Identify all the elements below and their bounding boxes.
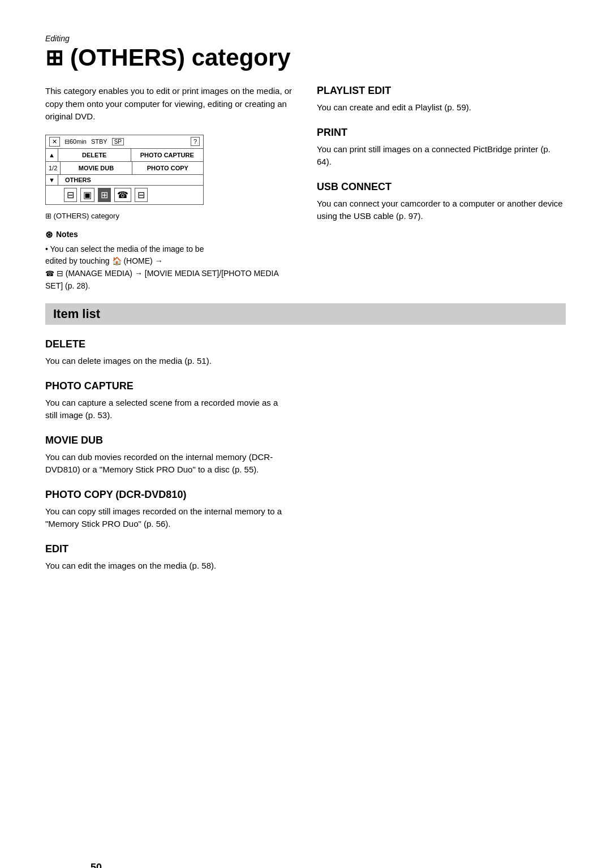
playlist-edit-section: PLAYLIST EDIT You can create and edit a … (317, 85, 566, 114)
usb-connect-title: USB CONNECT (317, 181, 566, 193)
camera-caption: ⊞ (OTHERS) category (45, 212, 294, 220)
cam-photo-capture-btn: PHOTO CAPTURE (131, 149, 204, 161)
delete-section: DELETE You can delete images on the medi… (45, 338, 283, 368)
cam-page: 1/2 (46, 162, 61, 174)
cam-down-arrow: ▼ (46, 175, 58, 185)
camera-top-bar: ✕ ⊟60min STBY SP ? (46, 135, 203, 149)
delete-body: You can delete images on the media (p. 5… (45, 355, 283, 368)
delete-title: DELETE (45, 338, 283, 350)
cam-movie-dub-btn: MOVIE DUB (61, 162, 132, 174)
movie-dub-title: MOVIE DUB (45, 435, 283, 446)
cam-status: ⊟60min STBY SP (64, 138, 186, 145)
cam-stby: STBY (91, 138, 107, 145)
cam-battery: ⊟60min (64, 138, 87, 145)
usb-connect-section: USB CONNECT You can connect your camcord… (317, 181, 566, 223)
movie-dub-section: MOVIE DUB You can dub movies recorded on… (45, 435, 283, 476)
item-list-header: Item list (45, 303, 566, 325)
print-title: PRINT (317, 127, 566, 139)
photo-copy-title: PHOTO COPY (DCR-DVD810) (45, 489, 283, 501)
camera-ui-mockup: ✕ ⊟60min STBY SP ? ▲ DELETE PHOTO CAPTUR… (45, 135, 204, 205)
edit-body: You can edit the images on the media (p.… (45, 560, 283, 573)
cam-help: ? (191, 137, 200, 146)
cam-icon-4: ☎ (114, 188, 131, 202)
edit-title: EDIT (45, 543, 283, 555)
cam-sp: SP (112, 138, 124, 145)
playlist-edit-title: PLAYLIST EDIT (317, 85, 566, 97)
notes-section: ⊛ Notes • You can select the media of th… (45, 229, 294, 293)
cam-icon-2: ▣ (80, 188, 94, 202)
notes-content: • You can select the media of the image … (45, 243, 294, 293)
photo-copy-body: You can copy still images recorded on th… (45, 505, 283, 531)
notes-header: ⊛ Notes (45, 229, 294, 240)
page-number: 50 (91, 862, 102, 868)
playlist-edit-body: You can create and edit a Playlist (p. 5… (317, 101, 566, 114)
movie-dub-body: You can dub movies recorded on the inter… (45, 451, 283, 476)
cam-up-arrow: ▲ (46, 149, 58, 161)
home-icon: 🏠 (112, 256, 122, 265)
cam-row-1: ▲ DELETE PHOTO CAPTURE (46, 149, 203, 162)
cam-icons: ⊟ ▣ ⊞ ☎ ⊟ (58, 186, 153, 204)
cam-delete-btn: DELETE (58, 149, 131, 161)
cam-others-label: OTHERS (62, 175, 94, 184)
cam-icon-5: ⊟ (135, 188, 148, 202)
photo-copy-section: PHOTO COPY (DCR-DVD810) You can copy sti… (45, 489, 283, 531)
print-body: You can print still images on a connecte… (317, 143, 566, 169)
editing-label: Editing (45, 34, 566, 43)
photo-capture-body: You can capture a selected scene from a … (45, 397, 283, 422)
notes-icon: ⊛ (45, 229, 53, 240)
cam-row-3: ▼ OTHERS (46, 175, 203, 186)
cam-icons-row: ⊟ ▣ ⊞ ☎ ⊟ (46, 186, 203, 204)
photo-capture-section: PHOTO CAPTURE You can capture a selected… (45, 380, 283, 422)
title-text: (OTHERS) category (70, 44, 291, 71)
print-section: PRINT You can print still images on a co… (317, 127, 566, 169)
usb-connect-body: You can connect your camcorder to a comp… (317, 197, 566, 223)
intro-text: This category enables you to edit or pri… (45, 85, 294, 123)
main-right-col (317, 338, 566, 585)
right-col-top: PLAYLIST EDIT You can create and edit a … (317, 85, 566, 292)
main-two-col: DELETE You can delete images on the medi… (45, 338, 566, 585)
cam-photo-copy-btn: PHOTO COPY (132, 162, 203, 174)
others-icon: ⊞ (45, 45, 63, 70)
photo-capture-title: PHOTO CAPTURE (45, 380, 283, 392)
main-left-col: DELETE You can delete images on the medi… (45, 338, 283, 585)
cam-row-2: 1/2 MOVIE DUB PHOTO COPY (46, 162, 203, 175)
cam-icon-3-selected: ⊞ (98, 188, 111, 202)
page-title: ⊞ (OTHERS) category (45, 44, 566, 71)
edit-section: EDIT You can edit the images on the medi… (45, 543, 283, 573)
cam-close-btn: ✕ (49, 137, 60, 147)
manage-media-icon: ☎ (45, 269, 54, 278)
cam-icon-1: ⊟ (64, 188, 77, 202)
